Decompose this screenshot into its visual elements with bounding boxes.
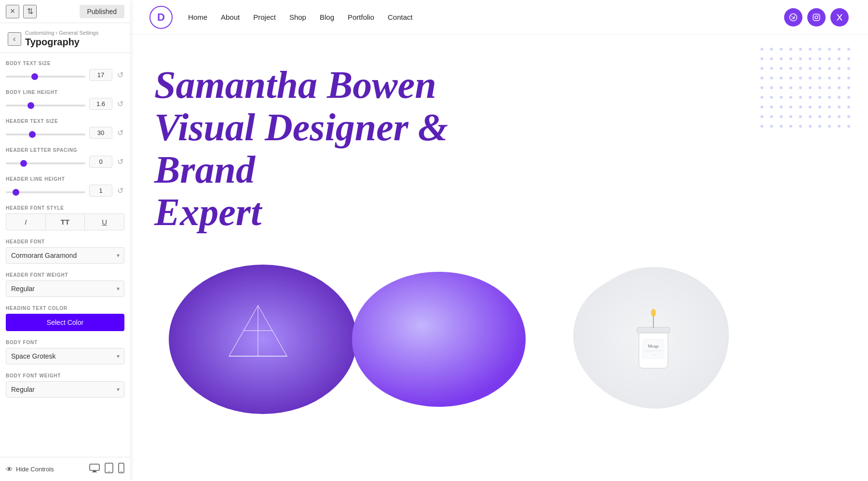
hero-line1: Samantha Bowen <box>154 64 436 106</box>
header-font-weight-group: HEADER FONT WEIGHT Regular Bold Light ▾ <box>6 272 124 297</box>
back-button[interactable]: ‹ <box>8 32 21 46</box>
nav-item-about[interactable]: About <box>221 13 240 22</box>
select-color-button[interactable]: Select Color <box>6 314 124 331</box>
svg-point-37 <box>818 67 821 70</box>
svg-point-53 <box>780 86 783 89</box>
header-line-height-slider-wrap <box>6 187 85 195</box>
nav-item-portfolio[interactable]: Portfolio <box>348 13 374 22</box>
svg-rect-108 <box>637 327 670 333</box>
desktop-icon <box>89 464 100 472</box>
svg-point-34 <box>789 67 792 70</box>
image-purple-container <box>154 262 371 416</box>
header-font-weight-select-wrap: Regular Bold Light ▾ <box>6 281 124 297</box>
body-line-height-label: BODY LINE HEIGHT <box>6 90 124 95</box>
svg-point-81 <box>760 115 763 118</box>
body-font-weight-select[interactable]: Regular Bold Light <box>6 381 124 398</box>
body-line-height-group: BODY LINE HEIGHT ↺ <box>6 90 124 110</box>
body-line-height-slider-row: ↺ <box>6 98 124 110</box>
published-button[interactable]: Published <box>80 5 125 18</box>
body-line-height-slider-wrap <box>6 100 85 108</box>
svg-point-22 <box>770 57 773 60</box>
hero-line3: Expert <box>154 191 261 233</box>
images-row: Mirage —— <box>130 262 868 416</box>
body-text-size-reset[interactable]: ↺ <box>116 70 124 80</box>
header-line-height-slider[interactable] <box>6 191 85 193</box>
panel-controls: BODY TEXT SIZE ↺ BODY LINE HEIGHT ↺ <box>0 53 130 481</box>
underline-button[interactable]: U <box>85 214 124 230</box>
social-btn-dribbble[interactable] <box>784 8 802 27</box>
body-line-height-slider[interactable] <box>6 105 85 107</box>
bold-button[interactable]: TT <box>46 214 85 230</box>
close-button[interactable]: × <box>6 5 19 18</box>
svg-point-61 <box>760 96 763 99</box>
body-font-select[interactable]: Space Grotesk Inter Roboto <box>6 348 124 364</box>
heading-text-color-group: HEADING TEXT COLOR Select Color <box>6 306 124 331</box>
body-line-height-input[interactable] <box>89 98 112 110</box>
svg-point-52 <box>770 86 773 89</box>
svg-point-68 <box>828 96 831 99</box>
svg-point-90 <box>847 115 850 118</box>
header-line-height-slider-row: ↺ <box>6 185 124 197</box>
svg-point-9 <box>815 16 818 19</box>
header-text-size-reset[interactable]: ↺ <box>116 128 124 137</box>
header-text-size-slider-row: ↺ <box>6 127 124 139</box>
header-letter-spacing-group: HEADER LETTER SPACING ↺ <box>6 147 124 168</box>
eye-icon: 👁 <box>6 465 13 473</box>
social-btn-instagram[interactable] <box>807 8 826 27</box>
top-bar: × ⇅ Published <box>0 0 130 23</box>
nav-item-home[interactable]: Home <box>188 13 207 22</box>
hide-controls-button[interactable]: 👁 Hide Controls <box>6 465 54 473</box>
nav-item-project[interactable]: Project <box>253 13 276 22</box>
header-letter-spacing-slider[interactable] <box>6 162 85 164</box>
body-text-size-slider[interactable] <box>6 76 85 78</box>
svg-point-96 <box>809 125 812 128</box>
header-letter-spacing-reset[interactable]: ↺ <box>116 157 124 166</box>
svg-point-12 <box>770 48 773 51</box>
image-purple2-container <box>342 262 535 416</box>
header-font-weight-select[interactable]: Regular Bold Light <box>6 281 124 297</box>
svg-point-60 <box>847 86 850 89</box>
svg-point-75 <box>799 106 802 108</box>
header-text-size-slider[interactable] <box>6 134 85 135</box>
header-letter-spacing-slider-wrap <box>6 158 85 166</box>
swap-button[interactable]: ⇅ <box>23 5 37 18</box>
header-line-height-reset[interactable]: ↺ <box>116 186 124 195</box>
body-text-size-slider-row: ↺ <box>6 69 124 81</box>
nav-item-contact[interactable]: Contact <box>388 13 413 22</box>
svg-point-57 <box>818 86 821 89</box>
body-text-size-input[interactable] <box>89 69 112 81</box>
svg-point-88 <box>828 115 831 118</box>
twitter-icon <box>835 13 844 22</box>
italic-button[interactable]: I <box>6 214 46 230</box>
svg-point-67 <box>818 96 821 99</box>
mobile-view-button[interactable] <box>118 463 124 476</box>
body-font-label: BODY FONT <box>6 340 124 345</box>
tablet-view-button[interactable] <box>105 463 113 476</box>
nav-social <box>784 8 849 27</box>
social-btn-twitter[interactable] <box>830 8 849 27</box>
svg-point-15 <box>799 48 802 51</box>
nav-item-shop[interactable]: Shop <box>289 13 306 22</box>
header-font-select[interactable]: Cormorant Garamond Georgia Playfair Disp… <box>6 247 124 264</box>
site-nav: D Home About Project Shop Blog Portfolio… <box>130 0 868 35</box>
body-text-size-slider-wrap <box>6 71 85 80</box>
svg-point-97 <box>818 125 821 128</box>
svg-point-32 <box>770 67 773 70</box>
header-letter-spacing-label: HEADER LETTER SPACING <box>6 147 124 153</box>
header-letter-spacing-input[interactable] <box>89 156 112 168</box>
svg-point-65 <box>799 96 802 99</box>
svg-rect-111 <box>643 339 664 359</box>
svg-point-14 <box>789 48 792 51</box>
svg-point-66 <box>809 96 812 99</box>
svg-point-23 <box>780 57 783 60</box>
panel-header: ‹ Customizing › General Settings Typogra… <box>0 23 130 53</box>
left-panel: × ⇅ Published ‹ Customizing › General Se… <box>0 0 130 481</box>
header-text-size-input[interactable] <box>89 127 112 139</box>
svg-point-54 <box>789 86 792 89</box>
svg-point-62 <box>770 96 773 99</box>
body-line-height-reset[interactable]: ↺ <box>116 99 124 108</box>
nav-item-blog[interactable]: Blog <box>320 13 334 22</box>
desktop-view-button[interactable] <box>89 463 100 476</box>
svg-point-47 <box>818 77 821 80</box>
header-line-height-input[interactable] <box>89 185 112 197</box>
